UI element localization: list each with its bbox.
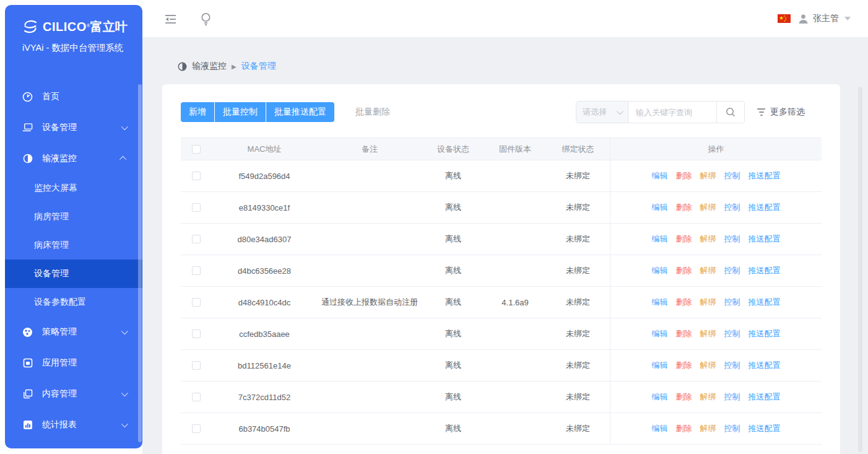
sidebar-item-home[interactable]: 首页 (5, 81, 142, 112)
status-cell: 离线 (422, 224, 484, 255)
edit-link[interactable]: 编辑 (652, 391, 668, 403)
column-header-mac: MAC地址 (212, 138, 317, 160)
unbind-link[interactable]: 解绑 (700, 202, 716, 213)
select-all-checkbox[interactable] (192, 145, 201, 154)
control-link[interactable]: 控制 (724, 328, 740, 339)
page-scrollbar[interactable] (858, 87, 862, 452)
status-cell: 离线 (422, 382, 484, 413)
more-filters-button[interactable]: 更多筛选 (757, 107, 805, 118)
batch-delete-button[interactable]: 批量删除 (355, 107, 390, 118)
unbind-link[interactable]: 解绑 (700, 234, 716, 245)
edit-link[interactable]: 编辑 (652, 328, 668, 339)
push-config-link[interactable]: 推送配置 (749, 391, 781, 403)
unbind-link[interactable]: 解绑 (700, 328, 716, 339)
delete-link[interactable]: 删除 (676, 265, 692, 276)
delete-link[interactable]: 删除 (676, 360, 692, 371)
sidebar-collapse-icon[interactable] (163, 12, 178, 27)
sidebar-item-infusion-monitoring[interactable]: 输液监控 (5, 143, 142, 174)
status-cell: 离线 (422, 255, 484, 286)
edit-link[interactable]: 编辑 (652, 297, 668, 308)
edit-link[interactable]: 编辑 (652, 170, 668, 181)
firmware-cell (484, 318, 546, 349)
push-config-link[interactable]: 推送配置 (749, 297, 781, 308)
mac-cell: e8149330ce1f (212, 192, 317, 223)
control-link[interactable]: 控制 (724, 202, 740, 213)
push-config-link[interactable]: 推送配置 (749, 265, 781, 276)
push-config-link[interactable]: 推送配置 (749, 328, 781, 339)
breadcrumb-current[interactable]: 设备管理 (241, 61, 276, 72)
delete-link[interactable]: 删除 (676, 202, 692, 213)
row-checkbox[interactable] (192, 361, 201, 370)
binding-cell: 未绑定 (546, 413, 610, 444)
delete-link[interactable]: 删除 (676, 328, 692, 339)
dashboard-icon (22, 92, 33, 102)
row-checkbox[interactable] (192, 393, 201, 401)
china-flag-icon: ★ ★ ★ ★ ★ (778, 14, 791, 23)
control-link[interactable]: 控制 (724, 297, 740, 308)
chevron-up-icon (119, 156, 126, 163)
unbind-link[interactable]: 解绑 (700, 265, 716, 276)
sidebar-item-device-management[interactable]: 设备管理 (5, 112, 142, 143)
push-config-link[interactable]: 推送配置 (749, 360, 781, 371)
row-checkbox[interactable] (192, 424, 201, 433)
sidebar-subitem-bed-management[interactable]: 病床管理 (5, 231, 142, 260)
push-config-link[interactable]: 推送配置 (749, 234, 781, 245)
edit-link[interactable]: 编辑 (652, 423, 668, 434)
user-icon (798, 14, 809, 24)
unbind-link[interactable]: 解绑 (700, 391, 716, 403)
edit-link[interactable]: 编辑 (652, 265, 668, 276)
sidebar-subitem-ward-management[interactable]: 病房管理 (5, 203, 142, 231)
add-button[interactable]: 新增 (181, 102, 214, 122)
row-checkbox[interactable] (192, 203, 201, 212)
row-checkbox[interactable] (192, 235, 201, 243)
sidebar-item-strategy-management[interactable]: 策略管理 (5, 316, 142, 347)
control-link[interactable]: 控制 (724, 391, 740, 403)
control-link[interactable]: 控制 (724, 360, 740, 371)
control-link[interactable]: 控制 (724, 170, 740, 181)
unbind-link[interactable]: 解绑 (700, 297, 716, 308)
row-checkbox[interactable] (192, 330, 201, 338)
row-checkbox[interactable] (192, 172, 201, 180)
row-checkbox[interactable] (192, 298, 201, 307)
control-link[interactable]: 控制 (724, 265, 740, 276)
sidebar-item-content-management[interactable]: 内容管理 (5, 378, 142, 409)
user-menu[interactable]: 张主管 (798, 13, 851, 24)
delete-link[interactable]: 删除 (676, 391, 692, 403)
toolbar-right: 请选择 更多筛选 (576, 101, 805, 123)
unbind-link[interactable]: 解绑 (700, 360, 716, 371)
sidebar-scrollbar[interactable] (138, 84, 142, 442)
row-checkbox[interactable] (192, 266, 201, 275)
push-config-link[interactable]: 推送配置 (749, 202, 781, 213)
keyword-search-input[interactable] (628, 102, 716, 123)
sidebar-item-application-management[interactable]: 应用管理 (5, 347, 142, 378)
filter-field-select[interactable]: 请选择 (576, 102, 628, 123)
sidebar-subitem-device-parameter-config[interactable]: 设备参数配置 (5, 288, 142, 316)
delete-link[interactable]: 删除 (676, 170, 692, 181)
delete-link[interactable]: 删除 (676, 423, 692, 434)
edit-link[interactable]: 编辑 (652, 360, 668, 371)
sidebar-item-statistics-reports[interactable]: 统计报表 (5, 409, 142, 440)
system-subtitle: iVYAi - 数据中台管理系统 (22, 42, 142, 54)
edit-link[interactable]: 编辑 (652, 202, 668, 213)
lightbulb-icon[interactable] (198, 12, 213, 27)
delete-link[interactable]: 删除 (676, 297, 692, 308)
unbind-link[interactable]: 解绑 (700, 423, 716, 434)
push-config-link[interactable]: 推送配置 (749, 423, 781, 434)
breadcrumb-section[interactable]: 输液监控 (192, 61, 227, 72)
delete-link[interactable]: 删除 (676, 234, 692, 245)
control-link[interactable]: 控制 (724, 423, 740, 434)
batch-control-button[interactable]: 批量控制 (215, 102, 266, 122)
control-link[interactable]: 控制 (724, 234, 740, 245)
table-row: d4bc6356ee28 离线 未绑定 编辑 删除 解绑 控制 推送配置 (181, 255, 822, 287)
edit-link[interactable]: 编辑 (652, 234, 668, 245)
search-button[interactable] (716, 102, 744, 123)
firmware-cell (484, 413, 546, 444)
batch-push-config-button[interactable]: 批量推送配置 (266, 102, 334, 122)
sidebar-subitem-monitor-screen[interactable]: 监控大屏幕 (5, 174, 142, 203)
sidebar-subitem-device-management-active[interactable]: 设备管理 (5, 260, 142, 288)
more-filters-label: 更多筛选 (770, 107, 805, 118)
push-config-link[interactable]: 推送配置 (749, 170, 781, 181)
binding-cell: 未绑定 (546, 160, 610, 191)
unbind-link[interactable]: 解绑 (700, 170, 716, 181)
firmware-cell (484, 160, 546, 191)
